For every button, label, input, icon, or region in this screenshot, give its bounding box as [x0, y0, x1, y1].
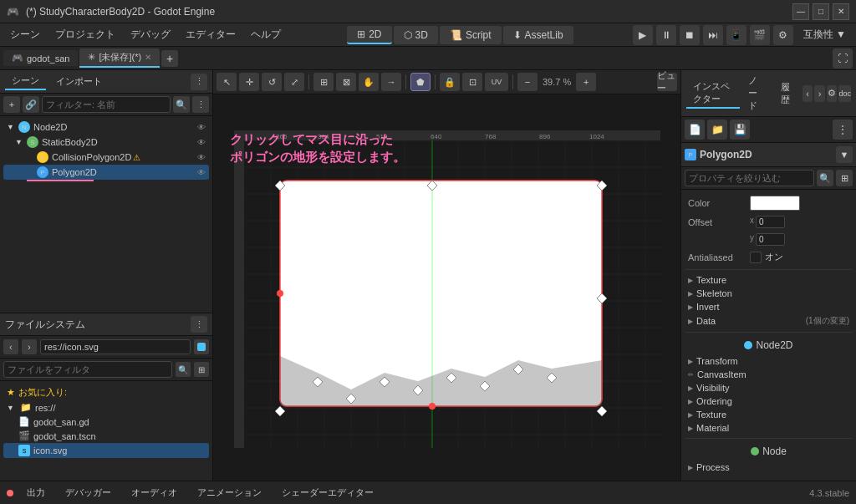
expand-icon[interactable]: ▼ — [7, 404, 17, 412]
property-filter-input[interactable] — [685, 170, 814, 186]
fs-sort-button[interactable]: ⊞ — [194, 362, 209, 377]
invert-section[interactable]: ▶ Invert — [685, 300, 853, 313]
step-button[interactable]: ⏭ — [703, 25, 723, 45]
inspector-tab[interactable]: インスペクター — [686, 79, 740, 109]
property-filter-search[interactable]: 🔍 — [817, 170, 833, 186]
rotate-snap-button[interactable]: ⊠ — [336, 73, 356, 91]
tree-item-collision[interactable]: C CollisionPolygon2D ⚠ 👁 — [3, 150, 209, 165]
filesystem-path-input[interactable] — [40, 339, 191, 354]
close-button[interactable]: ✕ — [833, 3, 849, 20]
tab-unsaved[interactable]: ✳ [未保存](*) ✕ — [79, 48, 160, 68]
menu-debug[interactable]: デバッグ — [124, 25, 177, 44]
menu-help[interactable]: ヘルプ — [244, 25, 288, 44]
visibility-icon[interactable]: 👁 — [197, 123, 206, 132]
fs-item-tscn[interactable]: 🎬 godot_san.tscn — [3, 429, 209, 443]
mode-assetlib[interactable]: ⬇AssetLib — [503, 26, 573, 44]
visibility-section[interactable]: ▶ Visibility — [685, 381, 853, 395]
node-tab[interactable]: ノード — [741, 73, 772, 114]
import-tab[interactable]: インポート — [49, 74, 109, 89]
fs-item-svg[interactable]: S icon.svg — [3, 443, 209, 458]
material-section[interactable]: ▶ Material — [685, 421, 853, 435]
grid-snap-button[interactable]: ⊞ — [313, 73, 334, 91]
scale-tool-button[interactable]: ⤢ — [284, 73, 304, 91]
expand-icon[interactable]: ▼ — [7, 123, 17, 131]
output-button[interactable]: 出力 — [20, 485, 52, 501]
inspector-save-icon[interactable]: 💾 — [730, 120, 750, 140]
visibility-icon[interactable]: 👁 — [197, 153, 206, 162]
shader-editor-button[interactable]: シェーダーエディター — [275, 485, 380, 501]
tree-item-node2d[interactable]: ▼ N Node2D 👁 — [3, 120, 209, 135]
process-section[interactable]: ▶ Process — [685, 461, 853, 474]
view-menu-button[interactable]: ビュー — [657, 73, 677, 91]
select-tool-button[interactable]: ↖ — [217, 73, 237, 91]
settings-button[interactable]: ⚙ — [773, 25, 793, 45]
canvas-area[interactable]: 266 384 512 640 768 896 1024 クリックしてマス目に沿… — [213, 97, 680, 481]
tree-item-polygon2d[interactable]: P Polygon2D 👁 — [3, 165, 209, 180]
texture2-section[interactable]: ▶ Texture — [685, 408, 853, 421]
filesystem-filter-input[interactable] — [3, 361, 172, 378]
uv-button[interactable]: UV — [485, 73, 508, 91]
debugger-button[interactable]: デバッガー — [59, 485, 118, 501]
fs-item-gd[interactable]: 📄 godot_san.gd — [3, 415, 209, 429]
scene-filter-options[interactable]: 🔍 — [173, 96, 190, 113]
stop-button[interactable]: ⏹ — [680, 25, 700, 45]
inspector-options[interactable]: ⚙ — [827, 85, 838, 102]
maximize-button[interactable]: □ — [813, 3, 829, 20]
mode-3d[interactable]: ⬡3D — [394, 26, 438, 44]
inspector-nav-forward[interactable]: › — [814, 85, 825, 102]
filesystem-options-button[interactable]: ⋮ — [191, 316, 207, 333]
scene-extra-options[interactable]: ⋮ — [192, 96, 209, 113]
movie-button[interactable]: 🎬 — [750, 25, 770, 45]
compat-button[interactable]: 互換性 ▼ — [797, 25, 853, 44]
mode-script[interactable]: 📜Script — [440, 26, 502, 44]
scene-tab[interactable]: シーン — [5, 73, 46, 90]
menu-project[interactable]: プロジェクト — [48, 25, 122, 44]
link-node-button[interactable]: 🔗 — [23, 96, 39, 113]
titlebar-controls[interactable]: — □ ✕ — [792, 3, 849, 20]
inspector-folder-icon[interactable]: 📁 — [707, 120, 727, 140]
mode-2d[interactable]: ⊞2D — [347, 26, 391, 44]
ruler-tool-button[interactable]: → — [381, 73, 401, 91]
rotate-tool-button[interactable]: ↺ — [262, 73, 282, 91]
audio-button[interactable]: オーディオ — [125, 485, 184, 501]
fs-search-button[interactable]: 🔍 — [176, 362, 191, 377]
menu-scene[interactable]: シーン — [3, 25, 47, 44]
tree-item-staticbody[interactable]: ▼ S StaticBody2D 👁 — [3, 135, 209, 150]
minimize-button[interactable]: — — [792, 3, 809, 20]
add-node-button[interactable]: + — [3, 96, 20, 113]
color-value[interactable] — [750, 196, 800, 211]
skeleton-section[interactable]: ▶ Skeleton — [685, 287, 853, 300]
animation-button[interactable]: アニメーション — [191, 485, 268, 501]
ordering-section[interactable]: ▶ Ordering — [685, 395, 853, 408]
lock-button[interactable]: 🔒 — [440, 73, 460, 91]
remote-button[interactable]: 📱 — [726, 25, 746, 45]
polygon-edit-button[interactable]: ⬟ — [410, 73, 431, 91]
move-tool-button[interactable]: ✛ — [239, 73, 259, 91]
transform-section[interactable]: ▶ Transform — [685, 354, 853, 368]
texture-section[interactable]: ▶ Texture — [685, 273, 853, 287]
fs-forward-button[interactable]: › — [22, 339, 37, 354]
zoom-in-button[interactable]: + — [576, 73, 596, 91]
pan-tool-button[interactable]: ✋ — [359, 73, 379, 91]
scene-filter-input[interactable] — [42, 96, 171, 113]
tab-godot-san[interactable]: 🎮 godot_san — [3, 50, 78, 66]
history-tab[interactable]: 履歴 — [774, 79, 799, 108]
property-filter-options[interactable]: ⊞ — [836, 170, 853, 186]
menu-editor[interactable]: エディター — [179, 25, 242, 44]
play-button[interactable]: ▶ — [633, 25, 653, 45]
visibility-icon[interactable]: 👁 — [197, 168, 206, 177]
visibility-icon[interactable]: 👁 — [197, 138, 206, 147]
group-button[interactable]: ⊡ — [462, 73, 482, 91]
component-options[interactable]: ▼ — [836, 146, 853, 163]
data-section[interactable]: ▶ Data (1個の変更) — [685, 313, 853, 328]
fs-item-res[interactable]: ▼ 📁 res:// — [3, 400, 209, 415]
inspector-docs[interactable]: doc — [838, 85, 851, 102]
pause-button[interactable]: ⏸ — [656, 25, 676, 45]
inspector-nav-back[interactable]: ‹ — [802, 85, 813, 102]
offset-x-input[interactable] — [756, 216, 785, 228]
canvasitem-section[interactable]: ✏ CanvasItem — [685, 368, 853, 381]
zoom-out-button[interactable]: − — [517, 73, 538, 91]
maximize-viewport-button[interactable]: ⛶ — [833, 48, 853, 69]
inspector-extra1[interactable]: ⋮ — [833, 120, 853, 140]
tab-close-icon[interactable]: ✕ — [145, 53, 151, 62]
